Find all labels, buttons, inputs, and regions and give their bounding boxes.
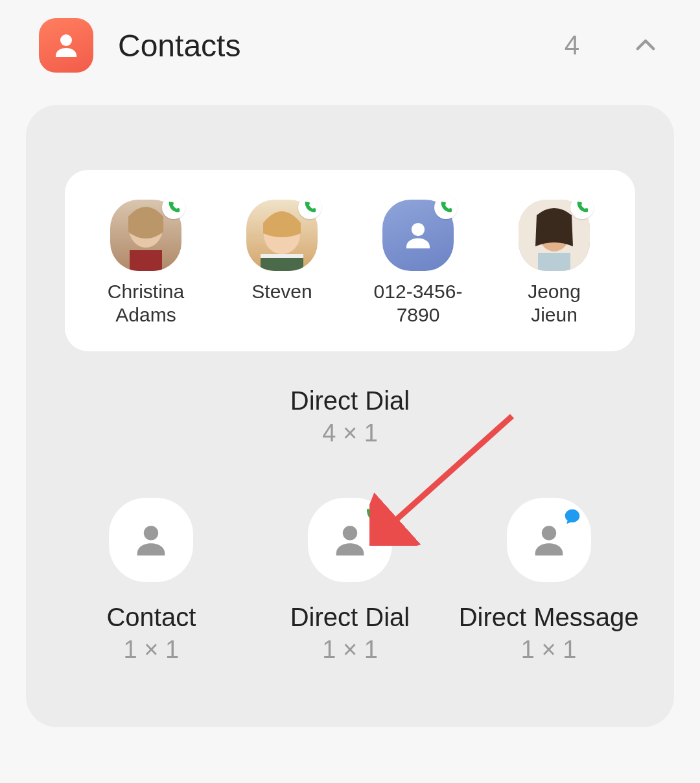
widget-dimensions: 1 × 1 <box>124 636 180 664</box>
direct-dial-4x1-widget[interactable]: Christina Adams <box>65 170 635 351</box>
phone-badge-icon <box>298 196 321 219</box>
widgets-panel: Christina Adams <box>26 105 674 727</box>
person-icon <box>51 30 82 61</box>
contact-name: Steven <box>251 280 312 303</box>
small-widgets-row: Contact 1 × 1 Direct Dial 1 × 1 <box>26 498 674 664</box>
svg-point-0 <box>60 34 72 46</box>
avatar <box>519 200 590 271</box>
message-badge-icon <box>561 506 583 528</box>
collapse-toggle[interactable] <box>630 30 661 61</box>
svg-point-12 <box>541 526 555 540</box>
wide-widget-caption: Direct Dial 4 × 1 <box>65 386 635 447</box>
phone-badge-icon <box>362 506 384 528</box>
phone-badge-icon <box>434 196 458 219</box>
svg-point-10 <box>144 526 158 540</box>
widget-preview-icon <box>109 498 193 582</box>
widget-label: Direct Dial <box>290 603 410 632</box>
contact-item[interactable]: 012-3456- 7890 <box>353 200 483 327</box>
direct-dial-1x1-widget[interactable]: Direct Dial 1 × 1 <box>253 498 447 664</box>
svg-rect-5 <box>261 254 303 258</box>
header: Contacts 4 <box>0 0 700 86</box>
contacts-app-icon <box>39 18 93 73</box>
phone-badge-icon <box>570 196 594 219</box>
widget-preview-icon <box>308 498 392 582</box>
svg-rect-9 <box>538 253 570 271</box>
person-icon <box>130 519 172 561</box>
widget-dimensions: 1 × 1 <box>322 636 378 664</box>
avatar <box>246 200 318 271</box>
wide-widget-section: Christina Adams <box>26 105 674 447</box>
svg-point-6 <box>412 223 425 236</box>
widget-label: Contact <box>106 603 196 632</box>
widget-dimensions: 1 × 1 <box>521 636 577 664</box>
person-icon <box>401 218 436 253</box>
contact-name: Jeong Jieun <box>528 280 581 327</box>
contact-item[interactable]: Steven <box>217 200 347 327</box>
direct-message-1x1-widget[interactable]: Direct Message 1 × 1 <box>452 498 646 664</box>
widget-preview-icon <box>507 498 591 582</box>
contact-name: Christina Adams <box>108 280 184 327</box>
avatar <box>110 200 181 271</box>
widget-label: Direct Dial <box>65 386 635 415</box>
contact-1x1-widget[interactable]: Contact 1 × 1 <box>54 498 248 664</box>
avatar <box>382 200 454 271</box>
chevron-up-icon <box>632 32 659 59</box>
page-title: Contacts <box>118 28 540 64</box>
svg-rect-2 <box>130 250 162 271</box>
widget-label: Direct Message <box>459 603 639 632</box>
contact-item[interactable]: Christina Adams <box>81 200 211 327</box>
widget-count: 4 <box>565 30 579 61</box>
contact-name: 012-3456- 7890 <box>374 280 463 327</box>
svg-point-11 <box>343 526 357 540</box>
widget-dimensions: 4 × 1 <box>65 419 635 447</box>
contact-item[interactable]: Jeong Jieun <box>489 200 619 327</box>
phone-badge-icon <box>162 196 185 219</box>
